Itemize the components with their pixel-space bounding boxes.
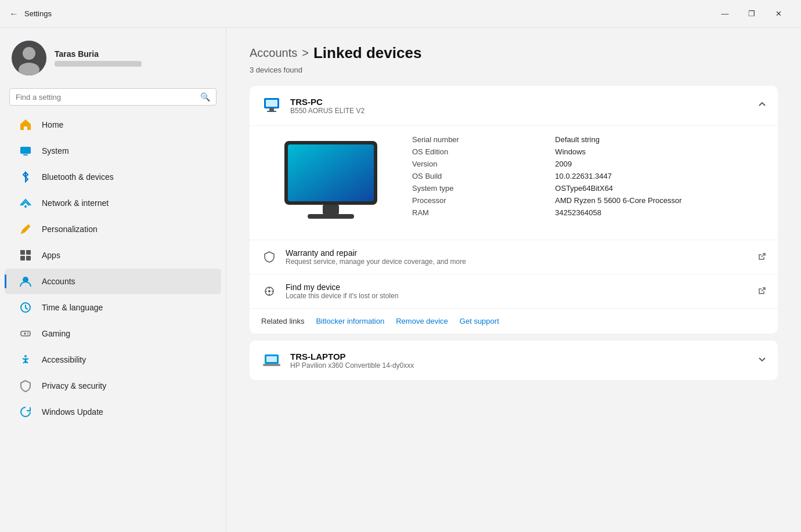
- sidebar-item-gaming[interactable]: Gaming: [5, 321, 221, 346]
- device-name: TRS-LAPTOP: [290, 352, 414, 361]
- device-model: B550 AORUS ELITE V2: [290, 107, 365, 115]
- svg-point-25: [268, 290, 270, 292]
- content-body: TRS-PC B550 AORUS ELITE V2: [226, 86, 801, 532]
- svg-point-5: [24, 205, 27, 208]
- chevron-icon: [758, 100, 766, 111]
- svg-rect-8: [20, 256, 25, 260]
- sidebar-item-accounts[interactable]: Accounts: [5, 269, 221, 294]
- sidebar-label-apps: Apps: [42, 251, 60, 260]
- spec-value: 10.0.22631.3447: [555, 172, 760, 180]
- sidebar: Taras Buria 🔍 Home System Bluetooth & de…: [0, 28, 226, 532]
- content-area: Accounts > Linked devices 3 devices foun…: [226, 28, 801, 532]
- sidebar-label-system: System: [42, 146, 69, 155]
- window-controls: — ❐ ✕: [712, 5, 792, 23]
- home-icon: [19, 118, 33, 132]
- action-desc: Locate this device if it's lost or stole…: [286, 292, 398, 300]
- device-card-trs-pc: TRS-PC B550 AORUS ELITE V2: [250, 86, 778, 334]
- update-icon: [19, 405, 33, 419]
- svg-point-15: [24, 355, 27, 357]
- user-info: Taras Buria: [55, 49, 142, 67]
- desktop-icon: [261, 95, 282, 116]
- accessibility-icon: [19, 353, 33, 367]
- sidebar-label-network: Network & internet: [42, 198, 109, 208]
- search-icon: 🔍: [200, 92, 210, 102]
- breadcrumb-parent[interactable]: Accounts: [250, 46, 297, 60]
- device-details: Serial number Default string OS Edition …: [250, 125, 778, 240]
- bluetooth-icon: [19, 170, 33, 184]
- device-image: [267, 135, 395, 228]
- window-title: Settings: [24, 9, 52, 18]
- svg-rect-17: [266, 100, 277, 107]
- svg-rect-6: [20, 250, 25, 255]
- spec-value: 34252364058: [555, 208, 760, 217]
- spec-label: Serial number: [412, 135, 537, 144]
- breadcrumb-current: Linked devices: [313, 44, 421, 62]
- sidebar-item-personalization[interactable]: Personalization: [5, 216, 221, 242]
- related-links-label: Related links: [261, 317, 304, 325]
- related-link-remove[interactable]: Remove device: [396, 317, 448, 325]
- laptop-icon: [261, 350, 282, 371]
- sidebar-item-privacy[interactable]: Privacy & security: [5, 373, 221, 399]
- action-finddevice[interactable]: Find my device Locate this device if it'…: [250, 274, 778, 308]
- sidebar-item-bluetooth[interactable]: Bluetooth & devices: [5, 164, 221, 190]
- user-email-placeholder: [55, 61, 142, 67]
- system-icon: [19, 144, 33, 158]
- minimize-button[interactable]: —: [712, 5, 738, 23]
- sidebar-item-apps[interactable]: Apps: [5, 243, 221, 268]
- device-header-left: TRS-LAPTOP HP Pavilion x360 Convertible …: [261, 350, 414, 371]
- close-button[interactable]: ✕: [765, 5, 792, 23]
- action-left: Warranty and repair Request service, man…: [261, 248, 466, 266]
- breadcrumb-separator: >: [302, 46, 309, 60]
- device-header-trs-laptop[interactable]: TRS-LAPTOP HP Pavilion x360 Convertible …: [250, 341, 778, 380]
- external-link-icon: [758, 287, 766, 296]
- back-button[interactable]: ←: [9, 9, 19, 19]
- sidebar-item-time[interactable]: Time & language: [5, 295, 221, 320]
- action-left: Find my device Locate this device if it'…: [261, 283, 398, 300]
- svg-rect-19: [267, 111, 276, 112]
- action-warranty[interactable]: Warranty and repair Request service, man…: [250, 240, 778, 274]
- external-link-icon: [758, 252, 766, 262]
- sidebar-label-home: Home: [42, 120, 63, 129]
- avatar: [12, 41, 46, 75]
- finddevice-icon: [261, 283, 277, 299]
- apps-icon: [19, 248, 33, 262]
- related-link-support[interactable]: Get support: [460, 317, 499, 325]
- spec-value: Default string: [555, 135, 760, 144]
- search-input[interactable]: [16, 93, 196, 102]
- chevron-icon: [758, 355, 766, 365]
- svg-rect-22: [323, 205, 339, 214]
- sidebar-label-gaming: Gaming: [42, 329, 70, 338]
- device-header-left: TRS-PC B550 AORUS ELITE V2: [261, 95, 365, 116]
- warranty-icon: [261, 249, 277, 265]
- related-link-bitlocker[interactable]: Bitlocker information: [316, 317, 384, 325]
- spec-value: Windows: [555, 147, 760, 156]
- sidebar-item-update[interactable]: Windows Update: [5, 399, 221, 425]
- sidebar-label-update: Windows Update: [42, 407, 103, 417]
- sidebar-item-accessibility[interactable]: Accessibility: [5, 347, 221, 372]
- device-model: HP Pavilion x360 Convertible 14-dy0xxx: [290, 361, 414, 370]
- user-profile[interactable]: Taras Buria: [0, 35, 226, 86]
- user-name: Taras Buria: [55, 49, 142, 59]
- device-header-trs-pc[interactable]: TRS-PC B550 AORUS ELITE V2: [250, 86, 778, 125]
- sidebar-label-accessibility: Accessibility: [42, 355, 86, 364]
- gaming-icon: [19, 327, 33, 341]
- svg-rect-28: [263, 364, 280, 366]
- sidebar-item-system[interactable]: System: [5, 138, 221, 164]
- spec-value: OSType64BitX64: [555, 184, 760, 193]
- content-header: Accounts > Linked devices 3 devices foun…: [226, 28, 801, 86]
- sidebar-item-network[interactable]: Network & internet: [5, 190, 221, 216]
- spec-label: RAM: [412, 208, 537, 217]
- spec-label: Processor: [412, 196, 537, 205]
- device-name: TRS-PC: [290, 97, 365, 107]
- personalization-icon: [19, 222, 33, 236]
- search-box[interactable]: 🔍: [9, 88, 217, 106]
- action-title: Warranty and repair: [286, 248, 466, 258]
- svg-rect-7: [26, 250, 31, 255]
- related-links: Related links Bitlocker information Remo…: [250, 308, 778, 334]
- spec-label: OS Edition: [412, 147, 537, 156]
- titlebar: ← Settings — ❐ ✕: [0, 0, 801, 28]
- sidebar-item-home[interactable]: Home: [5, 112, 221, 137]
- spec-label: Version: [412, 160, 537, 168]
- sidebar-label-time: Time & language: [42, 303, 103, 312]
- maximize-button[interactable]: ❐: [738, 5, 765, 23]
